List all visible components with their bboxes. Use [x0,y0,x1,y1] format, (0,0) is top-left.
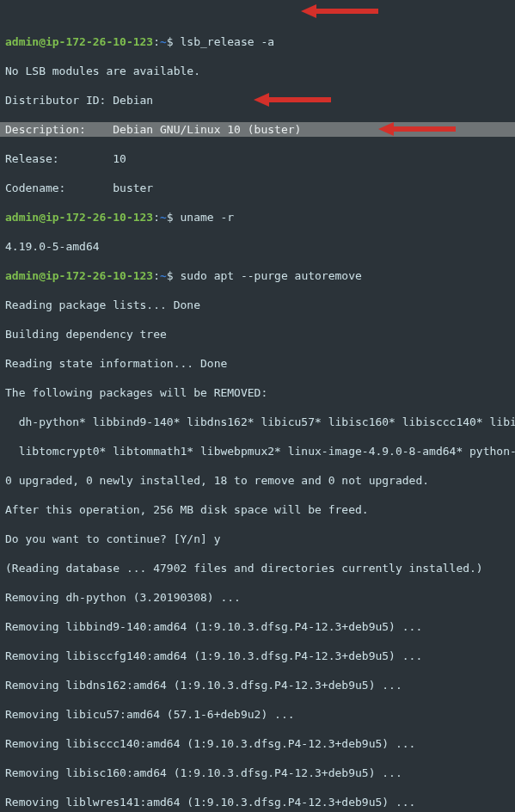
output-line: Removing libisccc140:amd64 (1:9.10.3.dfs… [5,736,515,751]
command-apt: sudo apt --purge autoremove [181,269,362,282]
output-line: Removing dh-python (3.20190308) ... [5,590,515,605]
output-line: Removing libisc160:amd64 (1:9.10.3.dfsg.… [5,766,515,780]
output-line: Removing liblwres141:amd64 (1:9.10.3.dfs… [5,795,515,809]
prompt-path: ~ [160,35,167,48]
output-line: No LSB modules are available. [5,64,515,78]
output-line: After this operation, 256 MB disk space … [5,502,515,517]
output-line: Removing libbind9-140:amd64 (1:9.10.3.df… [5,619,515,634]
output-line: (Reading database ... 47902 files and di… [5,561,515,575]
prompt-sep: : [153,35,160,48]
prompt-line-1[interactable]: admin@ip-172-26-10-123:~$ lsb_release -a [5,34,515,49]
prompt-line-2[interactable]: admin@ip-172-26-10-123:~$ uname -r [5,210,515,225]
output-line: Removing libisccfg140:amd64 (1:9.10.3.df… [5,649,515,663]
prompt-sigil: $ [167,35,174,48]
output-line: Building dependency tree [5,327,515,341]
output-line: libtomcrypt0* libtommath1* libwebpmux2* … [5,444,515,458]
output-line: 4.19.0-5-amd64 [5,239,515,254]
prompt-line-3[interactable]: admin@ip-172-26-10-123:~$ sudo apt --pur… [5,268,515,283]
output-line: Do you want to continue? [Y/n] y [5,532,515,546]
output-line: The following packages will be REMOVED: [5,385,515,400]
annotation-arrow-icon [301,4,378,18]
output-line: Distributor ID: Debian [5,93,515,108]
svg-marker-0 [301,4,378,18]
command-lsb: lsb_release -a [181,35,275,48]
command-text [174,35,181,48]
output-line: Reading state information... Done [5,356,515,371]
output-line: Reading package lists... Done [5,298,515,312]
output-highlight-line: Description: Debian GNU/Linux 10 (buster… [0,122,515,137]
output-line: Removing libdns162:amd64 (1:9.10.3.dfsg.… [5,678,515,692]
output-line: Removing libicu57:amd64 (57.1-6+deb9u2) … [5,707,515,722]
terminal-window[interactable]: admin@ip-172-26-10-123:~$ lsb_release -a… [0,0,515,812]
output-line: Release: 10 [5,151,515,166]
output-line: Codename: buster [5,181,515,195]
output-line: dh-python* libbind9-140* libdns162* libi… [5,415,515,429]
command-uname: uname -r [181,211,235,224]
output-line: 0 upgraded, 0 newly installed, 18 to rem… [5,473,515,488]
prompt-userhost: admin@ip-172-26-10-123 [5,35,153,48]
